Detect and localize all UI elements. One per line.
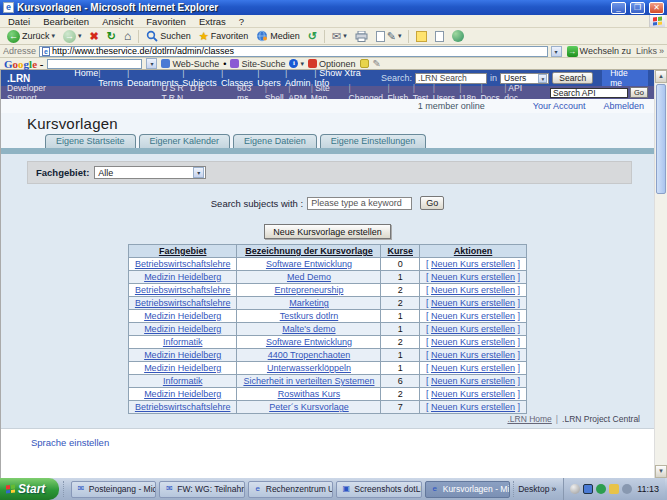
google-dropdown-icon[interactable]: ▾ [146,58,157,69]
taskbar-task[interactable]: ✉ Posteingang - Micros... [71,481,156,498]
header-aktionen[interactable]: Aktionen [420,245,527,258]
scroll-up-icon[interactable]: ▲ [655,70,667,83]
kursvorlage-link[interactable]: 4400 Tropenchaoten [268,350,351,360]
tray-update-icon[interactable] [609,484,619,494]
create-course-link[interactable]: Neuen Kurs erstellen [431,376,515,386]
kursvorlage-link[interactable]: Peter´s Kursvorlage [269,402,349,412]
web-search-button[interactable]: Web-Suche [161,59,219,69]
close-button[interactable]: ✕ [649,2,664,14]
forward-dropdown-icon[interactable]: ▾ [78,32,82,40]
search-button[interactable]: Suchen [143,29,194,44]
discuss-button[interactable] [413,29,430,44]
taskbar-task[interactable]: e Kursvorlagen - Micros... [425,481,510,498]
stop-button[interactable]: ✖ [87,29,102,44]
minimize-button[interactable]: _ [611,2,626,14]
tab[interactable]: Eigene Einstellungen [320,134,427,148]
fachgebiet-link[interactable]: Betriebswirtschaftslehre [135,259,231,269]
kursvorlage-link[interactable]: Software Entwicklung [266,337,352,347]
new-template-button[interactable]: Neue Kursvorlage erstellen [264,224,391,239]
start-button[interactable]: Start [0,478,59,500]
fachgebiet-link[interactable]: Medizin Heidelberg [144,272,221,282]
header-bezeichnung[interactable]: Bezeichnung der Kursvorlage [237,245,381,258]
tray-clock[interactable]: 11:13 [637,484,659,494]
site-search-button[interactable]: Site-Suche [230,59,285,69]
vertical-scrollbar[interactable]: ▲ ▼ [654,70,667,478]
address-dropdown-icon[interactable]: ▾ [551,46,562,57]
keyword-input[interactable] [307,197,412,210]
api-go-button[interactable]: Go [630,87,648,98]
home-button[interactable]: ⌂ [121,29,134,44]
create-course-link[interactable]: Neuen Kurs erstellen [431,298,515,308]
refresh-button[interactable]: ↻ [104,29,119,44]
create-course-link[interactable]: Neuen Kurs erstellen [431,402,515,412]
kursvorlage-link[interactable]: Entrepreneurship [274,285,343,295]
scroll-thumb[interactable] [656,84,666,194]
favorites-button[interactable]: ★ Favoriten [196,29,251,44]
taskbar-task[interactable]: ▣ Screenshots dotLR... [336,481,421,498]
tray-clock-icon[interactable] [570,484,580,494]
desktop-chevron-icon[interactable]: » [551,484,556,494]
menu-item[interactable]: Extras [193,16,232,27]
lrn-search-button[interactable]: Search [552,72,593,84]
kursvorlage-link[interactable]: Marketing [289,298,329,308]
options-button[interactable]: Optionen [308,59,356,69]
your-account-link[interactable]: Your Account [533,101,586,111]
tray-volume-icon[interactable] [622,484,632,494]
print-button[interactable] [352,29,371,44]
menu-item[interactable]: Datei [2,16,36,27]
fachgebiet-link[interactable]: Medizin Heidelberg [144,324,221,334]
create-course-link[interactable]: Neuen Kurs erstellen [431,272,515,282]
menu-item[interactable]: Ansicht [96,16,139,27]
address-input[interactable]: e http://www.theservice.de/dotlrn/admin/… [39,46,548,57]
fachgebiet-select[interactable]: Alle ▾ [94,166,206,179]
back-dropdown-icon[interactable]: ▾ [52,32,56,40]
fachgebiet-link[interactable]: Betriebswirtschaftslehre [135,402,231,412]
create-course-link[interactable]: Neuen Kurs erstellen [431,324,515,334]
language-link[interactable]: Sprache einstellen [31,437,109,448]
mail-dropdown-icon[interactable]: ▾ [343,32,347,40]
fachgebiet-link[interactable]: Betriebswirtschaftslehre [135,285,231,295]
tab[interactable]: Eigener Kalender [139,134,231,148]
create-course-link[interactable]: Neuen Kurs erstellen [431,389,515,399]
go-button[interactable]: → Wechseln zu [565,46,633,57]
subject-search-go-button[interactable]: Go [420,196,444,210]
create-course-link[interactable]: Neuen Kurs erstellen [431,285,515,295]
media-button[interactable]: Medien [253,29,303,44]
fachgebiet-link[interactable]: Medizin Heidelberg [144,311,221,321]
lrn-scope-dropdown-icon[interactable]: ▾ [538,74,547,83]
create-course-link[interactable]: Neuen Kurs erstellen [431,259,515,269]
fachgebiet-link[interactable]: Informatik [163,337,203,347]
fachgebiet-link[interactable]: Medizin Heidelberg [144,363,221,373]
back-button[interactable]: ← Zurück ▾ [4,29,58,44]
edit-button[interactable]: ✎ ▾ [373,29,405,44]
create-course-link[interactable]: Neuen Kurs erstellen [431,363,515,373]
tray-display-icon[interactable] [583,484,593,494]
maximize-button[interactable]: ❐ [630,2,645,14]
kursvorlage-link[interactable]: Testkurs dotlrn [280,311,339,321]
menu-item[interactable]: ? [233,16,250,27]
edit-dropdown-icon[interactable]: ▾ [398,32,402,40]
history-button[interactable]: ↺ [305,29,320,44]
kursvorlage-link[interactable]: Software Entwicklung [266,259,352,269]
lrn-home-link[interactable]: .LRN Home [507,414,551,424]
tab[interactable]: Eigene Startseite [45,134,136,148]
taskbar-grip[interactable] [63,481,66,497]
document-button[interactable] [432,29,447,44]
links-chevron-icon[interactable]: » [659,46,664,56]
scroll-down-icon[interactable]: ▼ [655,465,667,478]
fachgebiet-link[interactable]: Medizin Heidelberg [144,389,221,399]
menu-item[interactable]: Favoriten [140,16,192,27]
create-course-link[interactable]: Neuen Kurs erstellen [431,311,515,321]
tab[interactable]: Eigene Dateien [233,134,317,148]
fachgebiet-link[interactable]: Medizin Heidelberg [144,350,221,360]
kursvorlage-link[interactable]: Unterwasserklöppeln [267,363,351,373]
highlighter-button[interactable] [360,59,369,68]
kursvorlage-link[interactable]: Roswithas Kurs [278,389,341,399]
api-search-input[interactable] [550,88,628,98]
forward-button[interactable]: → ▾ [60,29,85,44]
menu-item[interactable]: Bearbeiten [37,16,95,27]
logout-link[interactable]: Abmelden [603,101,644,111]
taskbar-task[interactable]: ✉ FW: WG: Teilnahme v... [159,481,244,498]
create-course-link[interactable]: Neuen Kurs erstellen [431,350,515,360]
google-search-input[interactable] [47,59,142,69]
